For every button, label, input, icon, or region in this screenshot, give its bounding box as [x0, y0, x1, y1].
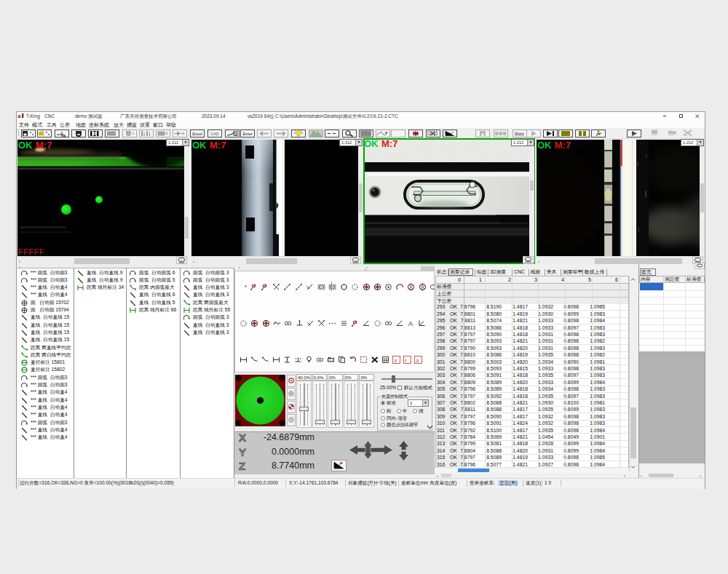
svg-text:x: x	[395, 358, 397, 363]
svg-text:Excel: Excel	[192, 132, 202, 136]
svg-text:A: A	[408, 320, 413, 327]
svg-text:Enter: Enter	[242, 132, 252, 136]
svg-text:a: a	[17, 113, 21, 119]
svg-text:B: B	[234, 131, 237, 135]
svg-text:FFFFF: FFFFF	[18, 247, 44, 256]
svg-text:r: r	[405, 358, 408, 363]
svg-text:CAD: CAD	[210, 132, 219, 136]
svg-text:o: o	[416, 358, 419, 363]
